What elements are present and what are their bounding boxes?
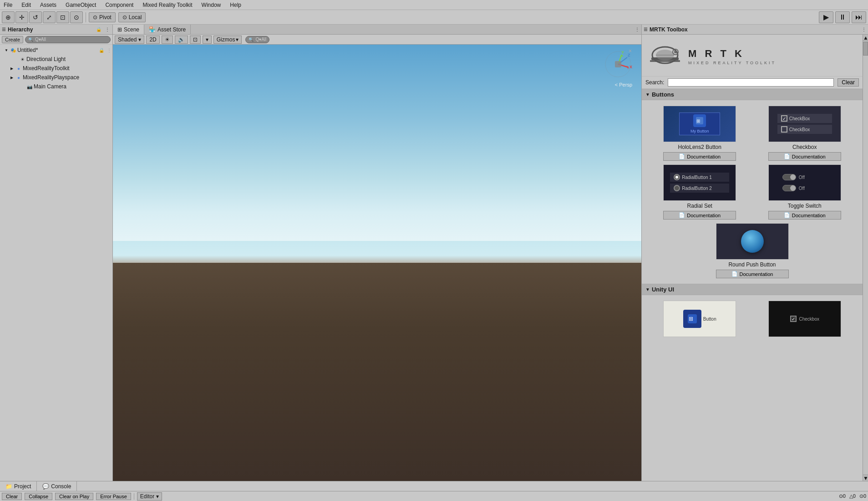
hlens-btn-text: My Button [690, 129, 709, 133]
hlens-icon: ⊞ [693, 114, 706, 127]
toggle-doc-btn[interactable]: 📄 Documentation [768, 211, 841, 220]
hierarchy-lock-icon[interactable]: 🔒 [96, 27, 102, 32]
roundpush-doc-btn[interactable]: 📄 Documentation [716, 270, 789, 278]
menu-component[interactable]: Component [103, 1, 135, 9]
mrtk-roundpush-preview[interactable] [716, 223, 789, 260]
checkbox-row-1: ✓ CheckBox [777, 114, 832, 123]
toolbar-transform-btn[interactable]: ⊙ [70, 11, 83, 23]
mrtk-scrollbar[interactable]: ▲ ▼ [863, 35, 868, 481]
mrtk-menu-icon: ☰ [644, 27, 648, 32]
radial-doc-btn[interactable]: 📄 Documentation [663, 211, 736, 220]
checkbox-check-1: ✓ [782, 116, 786, 121]
hololen2-doc-btn[interactable]: 📄 Documentation [663, 152, 736, 161]
toolbar-rotate-btn[interactable]: ↺ [29, 11, 42, 23]
mrtk-big-title: M R T K [688, 48, 776, 60]
gizmos-arrow: ▾ [236, 36, 239, 43]
toolbar-scale-btn[interactable]: ⤢ [43, 11, 56, 23]
console-bar: Clear Collapse Clear on Play Error Pause… [0, 491, 868, 501]
play-button[interactable]: ▶ [819, 11, 833, 23]
menu-mrtoolkit[interactable]: Mixed Reality Toolkit [141, 1, 194, 9]
doc-icon-2: 📄 [784, 153, 790, 159]
mrtk-roundpush-item: Round Push Button 📄 Documentation [649, 223, 855, 278]
lighting-btn[interactable]: ☀ [162, 36, 173, 44]
step-button[interactable]: ⏭ [852, 11, 866, 23]
toggle-switch-2 [782, 185, 796, 191]
local-label: Local [129, 14, 142, 20]
radial-inner-1 [675, 176, 678, 179]
radial-dot-1 [674, 174, 680, 180]
toolbar-move-btn[interactable]: ✛ [15, 11, 28, 23]
console-icons: ⊙0 △0 ⊙0 [839, 493, 866, 499]
console-editor-label: Editor [140, 493, 154, 500]
scrollbar-thumb[interactable] [863, 42, 868, 56]
hierarchy-search[interactable]: 🔍 Q▾All [25, 36, 111, 43]
pause-button[interactable]: ⏸ [835, 11, 850, 23]
hierarchy-kebab-icon[interactable]: ⋮ [105, 27, 110, 32]
gizmos-button[interactable]: Gizmos ▾ [213, 36, 242, 44]
mrtk-buttons-grid: ⊞ My Button HoloLens2 Button 📄 Documenta… [642, 100, 863, 284]
mrtk-tab-close[interactable]: ⋮ [862, 27, 866, 32]
mrtk-search-label: Search: [645, 79, 664, 86]
create-button[interactable]: Create [2, 36, 23, 43]
console-errorpause-btn[interactable]: Error Pause [96, 493, 131, 500]
tab-project[interactable]: 📁 Project [0, 481, 37, 491]
mrtk-unity-checkbox-preview[interactable]: ✓ Checkbox [768, 301, 841, 337]
pivot-label: Pivot [99, 14, 112, 20]
tree-arrow-dlight [13, 56, 18, 62]
tree-item-directional-light[interactable]: ☀ Directional Light [0, 55, 112, 64]
console-collapse-btn[interactable]: Collapse [25, 493, 52, 500]
tree-item-mrtk[interactable]: ▶ ● MixedRealityToolkit [0, 64, 112, 73]
tree-item-maincamera[interactable]: 📷 Main Camera [0, 82, 112, 91]
scrollbar-down-btn[interactable]: ▼ [863, 475, 868, 481]
mrtk-checkbox-preview[interactable]: ✓ CheckBox CheckBox [768, 106, 841, 142]
scrollbar-up-btn[interactable]: ▲ [863, 35, 868, 41]
mrtk-header: ☰ MRTK Toolbox ⋮ [642, 25, 868, 35]
toolbar-rect-btn[interactable]: ⊡ [56, 11, 69, 23]
local-button[interactable]: ⊙ Local [118, 12, 146, 22]
checkbox-doc-btn[interactable]: 📄 Documentation [768, 152, 841, 161]
menu-gameobject[interactable]: GameObject [64, 1, 98, 9]
mrtk-clear-button[interactable]: Clear [838, 78, 859, 87]
tree-label-dlight: Directional Light [26, 56, 66, 62]
checkbox-box-2 [781, 126, 787, 133]
mrtk-unityui-section-header[interactable]: ▼ Unity UI [642, 284, 863, 295]
console-clear-btn[interactable]: Clear [2, 493, 22, 500]
radial-dot-2 [674, 185, 680, 191]
scene-view[interactable]: Y X Z × < Persp [113, 45, 641, 481]
menu-assets[interactable]: Assets [38, 1, 58, 9]
menu-window[interactable]: Window [200, 1, 223, 9]
tree-item-untitled[interactable]: ▼ 🎭 Untitled* 🔒 ⋮ [0, 46, 112, 55]
svg-text:X: X [629, 65, 632, 69]
audio-btn[interactable]: 🔊 [175, 36, 188, 44]
checkbox-row-2: CheckBox [777, 125, 832, 134]
mrtk-buttons-section-header[interactable]: ▼ Buttons [642, 89, 863, 100]
console-editor-dropdown[interactable]: Editor ▾ [137, 492, 162, 501]
shaded-dropdown[interactable]: Shaded ▾ [115, 36, 144, 44]
mrtk-unity-button-preview[interactable]: ⊞ Button [663, 301, 736, 337]
toggle-switch-1 [782, 174, 796, 180]
gizmo-widget[interactable]: Y X Z × [602, 48, 634, 80]
tree-item-mrplayspace[interactable]: ▶ ● MixedRealityPlayspace [0, 73, 112, 82]
menu-file[interactable]: File [2, 1, 14, 9]
2d-button[interactable]: 2D [146, 36, 159, 44]
toolbar-hand-btn[interactable]: ⊕ [2, 11, 15, 23]
hierarchy-title: Hierarchy [8, 26, 94, 33]
pivot-button[interactable]: ⊙ Pivot [89, 12, 116, 22]
console-clearonplay-btn[interactable]: Clear on Play [55, 493, 93, 500]
tree-arrow-untitled: ▼ [4, 47, 9, 53]
tab-scene[interactable]: ⊞ Scene [113, 25, 144, 34]
scene-tab-close[interactable]: ⋮ [635, 27, 640, 32]
mrtk-search-input[interactable] [668, 78, 834, 87]
menu-help[interactable]: Help [228, 1, 243, 9]
fx-btn[interactable]: ⊡ [190, 36, 201, 44]
mrtk-hololen2-preview[interactable]: ⊞ My Button [663, 106, 736, 142]
menu-edit[interactable]: Edit [20, 1, 33, 9]
scene-more-btn[interactable]: ▾ [203, 36, 212, 44]
toggle-knob-1 [790, 174, 796, 180]
mrtk-radial-preview[interactable]: RadialButton 1 RadialButton 2 [663, 164, 736, 201]
mrtk-toggle-preview[interactable]: Off Off [768, 164, 841, 201]
tab-asset-store[interactable]: 🏪 Asset Store [144, 25, 191, 34]
scene-tab-controls: ⋮ [635, 27, 641, 32]
tab-console[interactable]: 💬 Console [37, 481, 77, 491]
scene-search-box[interactable]: 🔍 Q▾All [245, 36, 269, 43]
